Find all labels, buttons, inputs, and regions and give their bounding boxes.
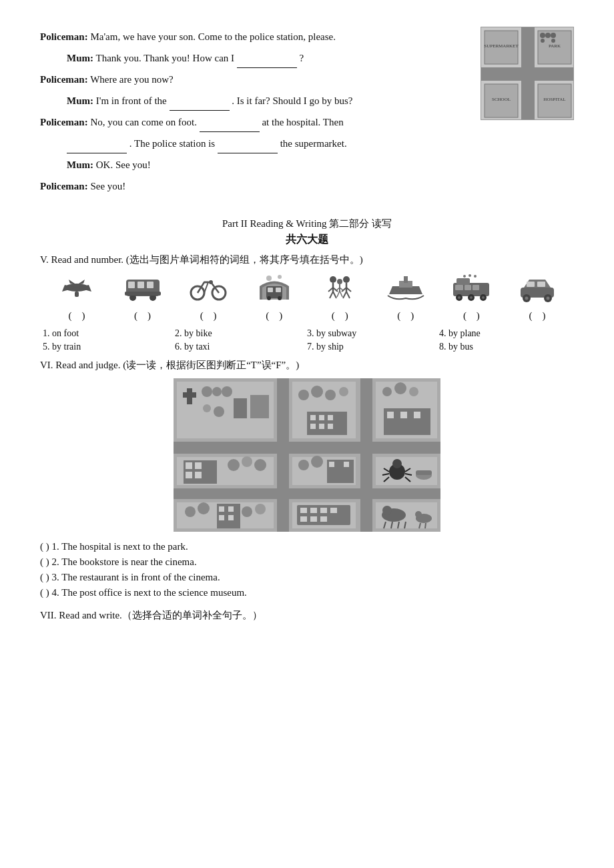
svg-point-36 bbox=[267, 296, 271, 300]
subway-icon bbox=[254, 273, 294, 303]
judge-line-1: ( ) 1. The hospital is next to the park. bbox=[40, 541, 574, 552]
transport-foot bbox=[310, 273, 370, 306]
city-map-container bbox=[174, 378, 440, 534]
svg-point-99 bbox=[325, 390, 336, 400]
svg-point-150 bbox=[242, 506, 252, 517]
svg-point-151 bbox=[255, 504, 266, 514]
svg-point-122 bbox=[228, 459, 240, 471]
svg-rect-105 bbox=[310, 424, 316, 429]
city-map-svg bbox=[174, 378, 440, 532]
svg-rect-75 bbox=[527, 282, 535, 287]
svg-rect-94 bbox=[234, 398, 247, 418]
transport-bus bbox=[113, 273, 173, 306]
transport-plane bbox=[47, 273, 107, 306]
dialog-line-6: . The police station is the supermarket. bbox=[40, 133, 467, 153]
paren-3: ( ) 3. bbox=[40, 572, 59, 582]
svg-rect-103 bbox=[319, 415, 324, 420]
svg-point-93 bbox=[214, 406, 224, 417]
svg-point-169 bbox=[415, 511, 422, 518]
bracket-5: ( ) bbox=[310, 310, 370, 322]
svg-rect-113 bbox=[387, 412, 394, 418]
svg-text:HOSPITAL: HOSPITAL bbox=[543, 97, 565, 102]
svg-rect-146 bbox=[219, 506, 224, 512]
svg-rect-23 bbox=[128, 282, 135, 288]
svg-rect-64 bbox=[473, 285, 479, 290]
svg-point-92 bbox=[203, 404, 211, 412]
svg-point-163 bbox=[382, 506, 392, 515]
svg-rect-130 bbox=[344, 462, 349, 467]
svg-rect-82 bbox=[174, 442, 440, 454]
svg-point-15 bbox=[551, 39, 555, 43]
transport-brackets: ( ) ( ) ( ) ( ) ( ) ( ) ( ) ( ) bbox=[40, 309, 574, 323]
svg-point-31 bbox=[209, 280, 213, 284]
svg-point-39 bbox=[278, 275, 282, 279]
blank-5 bbox=[218, 141, 278, 153]
bracket-7: ( ) bbox=[441, 310, 501, 322]
svg-point-110 bbox=[394, 382, 406, 394]
svg-text:SUPERMARKET: SUPERMARKET bbox=[484, 43, 519, 49]
svg-point-90 bbox=[212, 387, 222, 396]
svg-point-12 bbox=[545, 33, 551, 38]
bracket-4: ( ) bbox=[244, 310, 304, 322]
svg-rect-83 bbox=[174, 488, 440, 499]
word-6: 6. by taxi bbox=[175, 342, 307, 352]
judge-items: ( ) 1. The hospital is next to the park.… bbox=[40, 541, 574, 598]
paren-1: ( ) 1. bbox=[40, 541, 59, 552]
svg-rect-159 bbox=[310, 516, 317, 522]
svg-point-80 bbox=[546, 297, 549, 300]
svg-rect-120 bbox=[186, 472, 192, 478]
word-4: 4. by plane bbox=[439, 328, 571, 339]
svg-point-123 bbox=[242, 456, 252, 467]
svg-rect-118 bbox=[186, 462, 192, 469]
transport-car bbox=[507, 273, 567, 306]
dialog-line-4: Mum: I'm in front of the . Is it far? Sh… bbox=[40, 91, 467, 111]
judge-line-4: ( ) 4. The post office is next to the sc… bbox=[40, 587, 574, 598]
svg-rect-147 bbox=[228, 506, 234, 512]
svg-point-38 bbox=[266, 276, 272, 281]
transport-bike bbox=[178, 273, 238, 306]
svg-point-100 bbox=[339, 387, 348, 396]
section-v: V. Read and number. (选出与图片单词相符的词组，将其序号填在… bbox=[40, 254, 574, 352]
svg-rect-160 bbox=[320, 516, 327, 522]
judge-line-2: ( ) 2. The bookstore is near the cinema. bbox=[40, 556, 574, 568]
map-image: SUPERMARKET PARK SCHOOL HOSPITAL bbox=[481, 27, 574, 120]
svg-rect-85 bbox=[360, 378, 372, 532]
dialog-section: Policeman: Ma'am, we have your son. Come… bbox=[40, 27, 574, 197]
svg-rect-63 bbox=[465, 285, 471, 290]
part-title: Part II Reading & Writing 第二部分 读写 bbox=[40, 218, 574, 230]
svg-line-51 bbox=[346, 292, 350, 298]
svg-point-13 bbox=[551, 33, 556, 38]
bracket-2: ( ) bbox=[113, 310, 173, 322]
speaker-5: Policeman: bbox=[40, 117, 88, 127]
svg-point-124 bbox=[254, 459, 266, 471]
svg-point-46 bbox=[343, 276, 350, 283]
svg-rect-59 bbox=[404, 276, 408, 283]
word-8: 8. by bus bbox=[439, 342, 571, 352]
svg-rect-21 bbox=[75, 292, 79, 297]
svg-point-97 bbox=[298, 390, 309, 400]
svg-point-89 bbox=[202, 386, 212, 397]
svg-rect-104 bbox=[328, 415, 333, 420]
svg-rect-76 bbox=[537, 282, 545, 287]
section-vii: VII. Read and write.（选择合适的单词补全句子。） bbox=[40, 609, 574, 622]
svg-point-52 bbox=[337, 279, 342, 284]
bracket-3: ( ) bbox=[178, 310, 238, 322]
svg-rect-129 bbox=[329, 462, 334, 467]
blank-3 bbox=[200, 120, 260, 132]
svg-rect-62 bbox=[455, 285, 463, 290]
svg-text:PARK: PARK bbox=[549, 43, 561, 49]
transport-truck bbox=[441, 273, 501, 306]
page: Policeman: Ma'am, we have your son. Come… bbox=[40, 27, 574, 622]
speaker-4: Mum: bbox=[67, 95, 93, 106]
svg-point-91 bbox=[222, 386, 232, 397]
part-subtitle: 共六大题 bbox=[40, 233, 574, 247]
svg-rect-155 bbox=[310, 508, 317, 513]
svg-line-50 bbox=[343, 292, 346, 298]
bike-icon bbox=[188, 273, 228, 303]
section-vi: VI. Read and judge. (读一读，根据街区图判断正“T”误“F”… bbox=[40, 359, 574, 598]
dialog-line-5: Policeman: No, you can come on foot. at … bbox=[40, 112, 467, 132]
paren-4: ( ) 4. bbox=[40, 587, 59, 598]
svg-rect-2 bbox=[521, 27, 535, 120]
svg-rect-158 bbox=[300, 516, 307, 522]
svg-rect-61 bbox=[456, 278, 470, 285]
